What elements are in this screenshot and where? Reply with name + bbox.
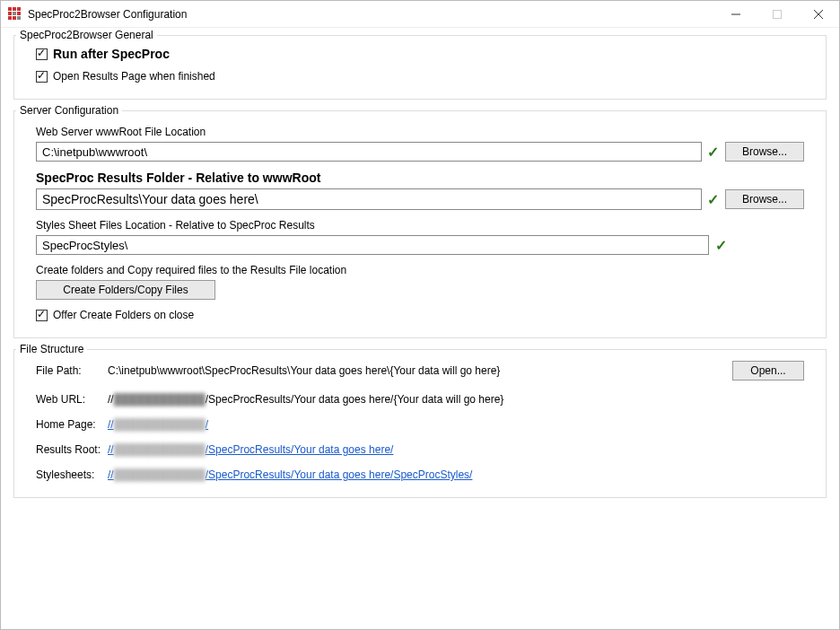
offer-create-checkbox[interactable] — [36, 310, 48, 321]
app-icon — [8, 7, 22, 22]
svg-rect-0 — [8, 7, 12, 11]
styles-label: Styles Sheet Files Location - Relative t… — [36, 219, 804, 232]
styles-input[interactable] — [36, 235, 709, 255]
close-button[interactable] — [798, 1, 839, 28]
run-after-checkbox[interactable] — [36, 48, 48, 60]
svg-rect-5 — [17, 12, 21, 15]
svg-rect-3 — [8, 12, 12, 15]
results-root-link[interactable]: //████████████/SpecProcResults/Your data… — [108, 443, 723, 456]
general-group: SpecProc2Browser General Run after SpecP… — [13, 35, 827, 100]
file-structure-legend: File Structure — [16, 343, 87, 355]
offer-create-label: Offer Create Folders on close — [53, 309, 194, 321]
results-folder-label: SpecProc Results Folder - Relative to ww… — [36, 171, 804, 185]
file-path-label: File Path: — [36, 364, 108, 377]
file-structure-group: File Structure File Path: C:\inetpub\www… — [13, 349, 827, 498]
svg-rect-1 — [13, 7, 16, 11]
svg-rect-6 — [8, 16, 12, 20]
general-legend: SpecProc2Browser General — [16, 29, 157, 41]
svg-rect-2 — [17, 7, 21, 11]
server-config-group: Server Configuration Web Server wwwRoot … — [13, 110, 827, 338]
titlebar: SpecProc2Browser Configuration — [1, 1, 839, 28]
open-button[interactable]: Open... — [732, 361, 804, 381]
svg-rect-10 — [774, 10, 782, 18]
svg-rect-7 — [13, 16, 16, 20]
web-url-label: Web URL: — [36, 393, 108, 406]
server-legend: Server Configuration — [16, 104, 122, 117]
home-page-label: Home Page: — [36, 418, 108, 431]
wwwroot-input[interactable] — [36, 142, 702, 162]
open-results-label: Open Results Page when finished — [53, 70, 215, 83]
maximize-button — [757, 1, 798, 28]
svg-rect-4 — [13, 12, 16, 15]
wwwroot-label: Web Server wwwRoot File Location — [36, 126, 804, 138]
window-controls — [715, 1, 839, 28]
stylesheets-link[interactable]: //████████████/SpecProcResults/Your data… — [108, 468, 723, 481]
check-icon: ✓ — [705, 144, 722, 161]
svg-rect-8 — [17, 16, 21, 20]
stylesheets-label: Stylesheets: — [36, 468, 108, 481]
run-after-label: Run after SpecProc — [53, 47, 170, 61]
file-path-value: C:\inetpub\wwwroot\SpecProcResults\Your … — [108, 364, 723, 377]
check-icon: ✓ — [713, 237, 729, 254]
create-folders-button[interactable]: Create Folders/Copy Files — [36, 280, 215, 300]
home-page-link[interactable]: //████████████/ — [108, 418, 723, 431]
browse-wwwroot-button[interactable]: Browse... — [725, 142, 804, 162]
open-results-checkbox[interactable] — [36, 71, 48, 83]
web-url-value: //████████████/SpecProcResults/Your data… — [108, 393, 723, 406]
results-root-label: Results Root: — [36, 443, 108, 456]
copy-instruction: Create folders and Copy required files t… — [36, 264, 804, 276]
results-folder-input[interactable] — [36, 188, 702, 210]
window-title: SpecProc2Browser Configuration — [28, 8, 187, 21]
browse-results-button[interactable]: Browse... — [725, 189, 804, 209]
minimize-button[interactable] — [715, 1, 757, 28]
check-icon: ✓ — [705, 191, 722, 208]
